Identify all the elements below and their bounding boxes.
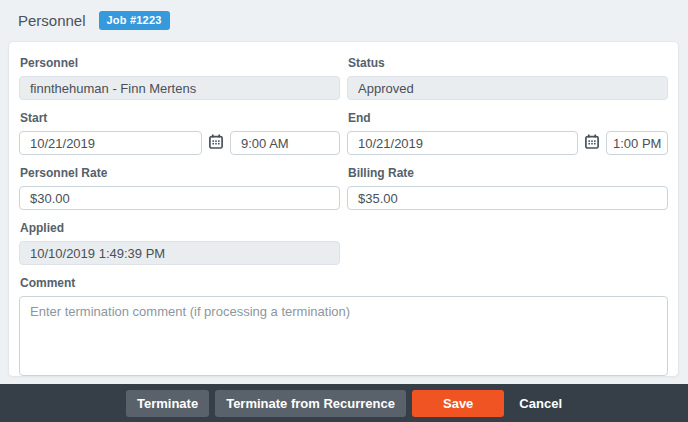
comment-field-group: Comment (19, 276, 668, 380)
personnel-field-group: Personnel (19, 56, 340, 100)
calendar-icon (209, 134, 223, 152)
form-row-start-end: Start (19, 111, 668, 155)
personnel-form-card: Personnel Status Start (8, 41, 679, 377)
job-number-badge: Job #1223 (99, 11, 170, 30)
status-label: Status (348, 56, 668, 70)
comment-textarea[interactable] (19, 296, 668, 376)
applied-field-group: Applied (19, 221, 340, 265)
action-footer: Terminate Terminate from Recurrence Save… (0, 384, 688, 422)
save-button[interactable]: Save (412, 390, 504, 417)
personnel-rate-label: Personnel Rate (20, 166, 340, 180)
end-field-group: End (347, 111, 668, 155)
start-calendar-button[interactable] (208, 135, 224, 151)
status-field-group: Status (347, 56, 668, 100)
billing-rate-label: Billing Rate (348, 166, 668, 180)
applied-label: Applied (20, 221, 340, 235)
comment-label: Comment (20, 276, 668, 290)
cancel-button[interactable]: Cancel (519, 396, 562, 411)
personnel-label: Personnel (20, 56, 340, 70)
page-header: Personnel Job #1223 (0, 0, 688, 30)
status-field (347, 76, 668, 100)
personnel-field (19, 76, 340, 100)
calendar-icon (585, 134, 599, 152)
personnel-rate-field-group: Personnel Rate (19, 166, 340, 210)
personnel-rate-input[interactable] (19, 186, 340, 210)
form-row-rates: Personnel Rate Billing Rate (19, 166, 668, 210)
form-row-personnel-status: Personnel Status (19, 56, 668, 100)
terminate-from-recurrence-button[interactable]: Terminate from Recurrence (215, 390, 406, 417)
start-field-group: Start (19, 111, 340, 155)
end-calendar-button[interactable] (584, 135, 600, 151)
page-title: Personnel (18, 12, 86, 29)
start-date-input[interactable] (19, 131, 202, 155)
billing-rate-input[interactable] (347, 186, 668, 210)
start-time-input[interactable] (230, 131, 340, 155)
billing-rate-field-group: Billing Rate (347, 166, 668, 210)
applied-field (19, 241, 340, 265)
start-label: Start (20, 111, 340, 125)
end-time-input[interactable] (606, 131, 668, 155)
end-label: End (348, 111, 668, 125)
form-row-applied: Applied (19, 221, 668, 265)
end-date-input[interactable] (347, 131, 578, 155)
terminate-button[interactable]: Terminate (126, 390, 209, 417)
